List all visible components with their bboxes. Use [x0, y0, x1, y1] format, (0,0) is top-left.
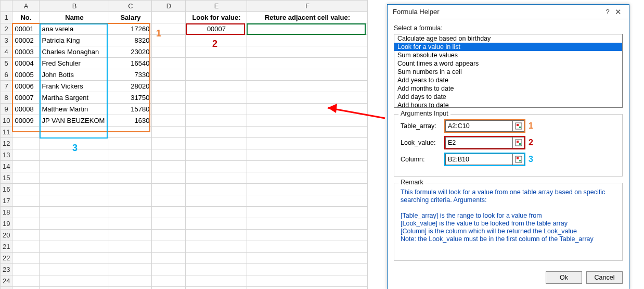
- cell[interactable]: [186, 58, 247, 69]
- cell[interactable]: [109, 127, 152, 138]
- cell[interactable]: 00007: [12, 92, 40, 104]
- cell[interactable]: 00003: [12, 46, 40, 58]
- cell[interactable]: [152, 218, 186, 230]
- col-header-F[interactable]: F: [247, 1, 368, 12]
- cell[interactable]: Look for value:: [186, 12, 247, 23]
- cell[interactable]: [152, 207, 186, 218]
- cell[interactable]: 23020: [109, 46, 152, 58]
- cell[interactable]: Frank Vickers: [40, 81, 109, 92]
- cell[interactable]: [12, 241, 40, 253]
- cell[interactable]: [109, 172, 152, 184]
- cell[interactable]: [109, 184, 152, 195]
- cell[interactable]: [186, 138, 247, 149]
- select-all-corner[interactable]: [1, 1, 12, 12]
- cell[interactable]: 8320: [109, 35, 152, 46]
- cell[interactable]: 00009: [12, 115, 40, 127]
- cell[interactable]: [12, 287, 40, 290]
- cell[interactable]: [109, 218, 152, 230]
- cell[interactable]: [247, 58, 368, 69]
- row-header[interactable]: 5: [1, 58, 12, 69]
- cell[interactable]: Name: [40, 12, 109, 23]
- cell[interactable]: [12, 264, 40, 275]
- formula-item[interactable]: Sum numbers in a cell: [394, 68, 622, 76]
- cell[interactable]: [152, 195, 186, 207]
- cell[interactable]: [186, 253, 247, 264]
- cell[interactable]: 00004: [12, 58, 40, 69]
- row-header[interactable]: 6: [1, 69, 12, 81]
- row-header[interactable]: 10: [1, 115, 12, 127]
- cell[interactable]: 00002: [12, 35, 40, 46]
- row-header[interactable]: 24: [1, 275, 12, 287]
- row-header[interactable]: 25: [1, 287, 12, 290]
- row-header[interactable]: 15: [1, 172, 12, 184]
- col-header-B[interactable]: B: [40, 1, 109, 12]
- close-icon[interactable]: ✕: [612, 7, 624, 17]
- row-header[interactable]: 21: [1, 241, 12, 253]
- cell[interactable]: [186, 104, 247, 115]
- cell[interactable]: [109, 287, 152, 290]
- formula-item[interactable]: Sum absolute values: [394, 51, 622, 59]
- row-header[interactable]: 20: [1, 230, 12, 241]
- cell[interactable]: [152, 138, 186, 149]
- cell[interactable]: [186, 241, 247, 253]
- cell[interactable]: [152, 81, 186, 92]
- cell[interactable]: [12, 184, 40, 195]
- cell[interactable]: 7330: [109, 69, 152, 81]
- cell[interactable]: [247, 81, 368, 92]
- cell[interactable]: [152, 275, 186, 287]
- cell[interactable]: [247, 35, 368, 46]
- cell[interactable]: [109, 230, 152, 241]
- cell[interactable]: [109, 253, 152, 264]
- cell[interactable]: [12, 207, 40, 218]
- cell[interactable]: [152, 58, 186, 69]
- cell[interactable]: 28020: [109, 81, 152, 92]
- row-header[interactable]: 3: [1, 35, 12, 46]
- cell[interactable]: [40, 127, 109, 138]
- row-header[interactable]: 2: [1, 23, 12, 35]
- cell[interactable]: [247, 184, 368, 195]
- col-header-C[interactable]: C: [109, 1, 152, 12]
- cell[interactable]: [152, 12, 186, 23]
- cell[interactable]: [186, 218, 247, 230]
- cell[interactable]: [40, 184, 109, 195]
- cell[interactable]: [247, 230, 368, 241]
- formula-item[interactable]: Look for a value in list: [394, 43, 622, 51]
- cell[interactable]: [40, 264, 109, 275]
- cell[interactable]: 15780: [109, 104, 152, 115]
- row-header[interactable]: 13: [1, 149, 12, 161]
- cell[interactable]: [186, 161, 247, 172]
- cell[interactable]: [40, 253, 109, 264]
- cell[interactable]: [12, 149, 40, 161]
- cell[interactable]: [247, 207, 368, 218]
- cell[interactable]: [186, 127, 247, 138]
- cell[interactable]: [186, 69, 247, 81]
- cell[interactable]: [40, 172, 109, 184]
- cell[interactable]: [12, 172, 40, 184]
- cell[interactable]: [247, 287, 368, 290]
- cell[interactable]: [152, 149, 186, 161]
- row-header[interactable]: 18: [1, 207, 12, 218]
- cell[interactable]: [109, 241, 152, 253]
- cell[interactable]: Patricia King: [40, 35, 109, 46]
- cell[interactable]: 00005: [12, 69, 40, 81]
- cell[interactable]: [186, 275, 247, 287]
- cell[interactable]: Salary: [109, 12, 152, 23]
- cell[interactable]: [186, 149, 247, 161]
- cell[interactable]: [152, 92, 186, 104]
- cell[interactable]: Martha Sargent: [40, 92, 109, 104]
- cell[interactable]: 00007: [186, 23, 247, 35]
- row-header[interactable]: 11: [1, 127, 12, 138]
- cell[interactable]: [247, 161, 368, 172]
- cell[interactable]: [186, 207, 247, 218]
- cell[interactable]: [152, 253, 186, 264]
- cell[interactable]: [247, 172, 368, 184]
- range-picker-icon[interactable]: [512, 121, 524, 131]
- row-header[interactable]: 1: [1, 12, 12, 23]
- formula-item[interactable]: Add months to date: [394, 84, 622, 93]
- cell[interactable]: [186, 115, 247, 127]
- formula-listbox[interactable]: Calculate age based on birthdayLook for …: [394, 34, 623, 108]
- cell[interactable]: [109, 195, 152, 207]
- cell[interactable]: 00008: [12, 104, 40, 115]
- cell[interactable]: 00006: [12, 81, 40, 92]
- range-picker-icon[interactable]: [512, 137, 524, 148]
